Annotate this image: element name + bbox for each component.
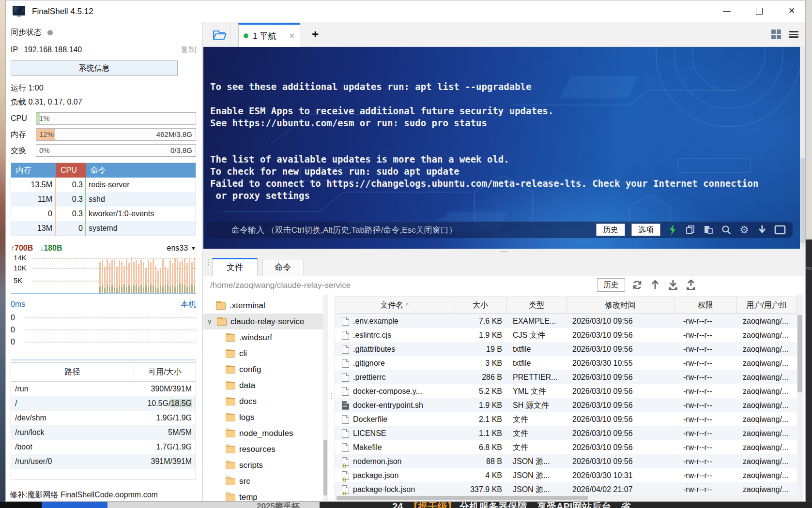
tree-item-src[interactable]: src (203, 473, 328, 489)
maximize-button[interactable] (751, 4, 767, 18)
disk-table-header[interactable]: 路径 可用/大小 (11, 363, 196, 382)
tree-scrollbar-thumb[interactable] (323, 440, 327, 495)
file-row[interactable]: .env.example7.6 KBEXAMPLE...2026/03/10 0… (335, 314, 797, 328)
path-history-button[interactable]: 历史 (597, 278, 625, 292)
tab-session-1[interactable]: 1 平航 ✕ (238, 23, 300, 47)
file-row[interactable]: .prettierrc286 BPRETTIER...2026/03/10 09… (335, 370, 797, 384)
file-table-vscrollbar[interactable] (797, 295, 803, 501)
process-row[interactable]: 00.3kworker/1:0-events (11, 207, 196, 221)
tree-table-resize-handle[interactable]: ⋮ (328, 295, 334, 501)
tree-item-resources[interactable]: resources (203, 441, 328, 457)
file-row[interactable]: .gitattributes19 Btxtfile2026/03/10 09:5… (335, 342, 797, 356)
column-header-3[interactable]: 修改时间 (567, 297, 674, 314)
titlebar[interactable]: FinalShell 4.5.12 — ✕ (6, 0, 805, 22)
paste-icon[interactable] (703, 224, 714, 236)
window-icon[interactable] (774, 224, 786, 236)
process-header-cmd[interactable]: 命令 (86, 163, 196, 178)
current-path[interactable]: /home/zaoqiwang/claude-relay-service (210, 276, 351, 295)
search-icon[interactable] (720, 224, 732, 236)
lightning-icon[interactable] (667, 224, 678, 236)
upload-file-icon[interactable] (685, 279, 697, 291)
tree-item-temp[interactable]: temp (203, 489, 328, 501)
terminal-scrollbar-thumb[interactable] (800, 158, 805, 243)
file-table-hscrollbar-thumb[interactable] (337, 496, 588, 500)
ping-host[interactable]: 本机 (181, 299, 196, 310)
system-info-button[interactable]: 系统信息 (11, 60, 178, 76)
tab-files[interactable]: 文件 (212, 258, 258, 276)
process-row[interactable]: 13M0systemd (11, 221, 196, 236)
drag-handle-icon[interactable]: ⋮ (205, 260, 212, 264)
column-header-5[interactable]: 用户/用户组 (737, 297, 797, 314)
file-size: 7.6 KB (454, 314, 507, 328)
download-file-icon[interactable] (667, 279, 679, 291)
tree-item-config[interactable]: config (203, 361, 328, 377)
file-row[interactable]: Makefile6.8 KB文件2026/03/10 09:56-rw-r--r… (335, 440, 797, 454)
disk-header-size[interactable]: 可用/大小 (134, 363, 196, 381)
tab-commands[interactable]: 命令 (262, 259, 304, 276)
tab-close-icon[interactable]: ✕ (289, 31, 295, 40)
tree-item-data[interactable]: data (203, 377, 328, 393)
up-directory-icon[interactable] (649, 279, 661, 291)
options-button[interactable]: 选项 (631, 224, 660, 236)
file-table-vscrollbar-thumb[interactable] (797, 315, 802, 392)
file-table-hscrollbar[interactable] (335, 495, 797, 501)
terminal[interactable]: To see these additional updates run: apt… (203, 47, 805, 249)
gear-icon[interactable]: ⚙ (738, 224, 750, 236)
tree-item-claude-relay-service[interactable]: ∨claude-relay-service (203, 314, 328, 329)
process-table-header[interactable]: 内存 CPU 命令 (11, 163, 196, 178)
download-icon[interactable] (756, 224, 768, 236)
file-row[interactable]: .eslintrc.cjs1.9 KBCJS 文件2026/03/10 09:5… (335, 328, 797, 342)
file-row[interactable]: docker-compose.y...5.2 KBYML 文件2026/03/1… (335, 384, 797, 398)
process-header-cpu[interactable]: CPU (56, 163, 86, 178)
command-input-bar[interactable]: 命令输入 （双击Ctrl切换,Alt历史,Tab路径/命令,Esc关闭窗口） 历… (207, 222, 793, 238)
disk-row[interactable]: /boot1.7G/1.9G (11, 440, 196, 454)
close-button[interactable]: ✕ (784, 4, 799, 18)
file-row[interactable]: .gitignore3 KBtxtfile2026/03/30 10:55-rw… (335, 356, 797, 370)
disk-row[interactable]: /dev/shm1.9G/1.9G (11, 411, 196, 425)
process-row[interactable]: 13.5M0.3redis-server (11, 178, 196, 192)
disk-row[interactable]: /10.5G/18.5G (11, 396, 196, 411)
command-input-hint[interactable]: 命令输入 （双击Ctrl切换,Alt历史,Tab路径/命令,Esc关闭窗口） (231, 224, 457, 236)
history-button[interactable]: 历史 (596, 224, 625, 236)
file-row[interactable]: docker-entrypoint.sh1.9 KBSH 源文件2026/03/… (335, 398, 797, 412)
disk-row[interactable]: /run/lock5M/5M (11, 425, 196, 440)
refresh-icon[interactable] (631, 279, 643, 291)
minimize-button[interactable]: — (719, 4, 735, 18)
disk-row[interactable]: /run/user/0391M/391M (11, 454, 196, 469)
copy-ip-link[interactable]: 复制 (181, 45, 196, 55)
new-tab-button[interactable]: + (307, 26, 323, 43)
chevron-down-icon[interactable]: ∨ (207, 318, 213, 325)
folder-icon (216, 302, 226, 310)
column-header-0[interactable]: 文件名^ (335, 297, 454, 314)
file-row[interactable]: Dockerfile2.1 KB文件2026/03/10 09:56-rw-r-… (335, 412, 797, 426)
tree-item-.windsurf[interactable]: .windsurf (203, 329, 328, 345)
tree-item-docs[interactable]: docs (203, 393, 328, 409)
file-row[interactable]: LICENSE1.1 KB文件2026/03/10 09:56-rw-r--r-… (335, 426, 797, 440)
process-row[interactable]: 11M0.3sshd (11, 192, 196, 207)
open-session-button[interactable] (208, 25, 231, 45)
tree-item-logs[interactable]: logs (203, 409, 328, 425)
tree-scrollbar[interactable] (323, 295, 328, 501)
process-header-mem[interactable]: 内存 (11, 163, 56, 178)
column-header-2[interactable]: 类型 (507, 297, 567, 314)
tree-item-cli[interactable]: cli (203, 345, 328, 361)
disk-row[interactable]: /run390M/391M (11, 382, 196, 396)
file-row[interactable]: package.json4 KBJSON 源...2026/03/30 10:3… (335, 468, 797, 482)
tree-item-.xterminal[interactable]: .xterminal (203, 298, 328, 314)
tree-item-node_modules[interactable]: node_modules (203, 425, 328, 441)
disk-header-path[interactable]: 路径 (11, 363, 134, 381)
interface-selector[interactable]: ens33 ▼ (167, 244, 196, 253)
layout-grid-icon[interactable] (771, 30, 781, 39)
json-file-icon (342, 485, 349, 494)
download-bar (133, 285, 135, 293)
file-row[interactable]: package-lock.json337.9 KBJSON 源...2026/0… (335, 482, 797, 496)
column-header-1[interactable]: 大小 (454, 297, 507, 314)
column-header-4[interactable]: 权限 (674, 297, 737, 314)
tree-item-scripts[interactable]: scripts (203, 457, 328, 473)
file-name: Dockerfile (353, 412, 387, 426)
hamburger-menu-icon[interactable] (789, 30, 798, 39)
file-row[interactable]: nodemon.json88 BJSON 源...2026/03/10 09:5… (335, 454, 797, 468)
terminal-scrollbar[interactable] (800, 47, 805, 249)
copy-icon[interactable] (685, 224, 696, 236)
panel-resize-handle[interactable]: ⋯ (203, 249, 805, 256)
